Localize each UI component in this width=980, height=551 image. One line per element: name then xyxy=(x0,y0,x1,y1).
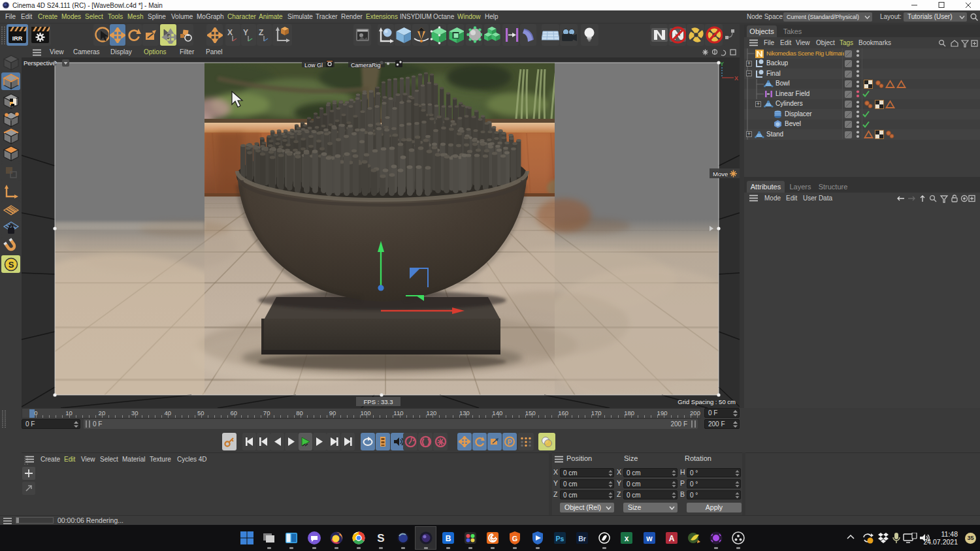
svg-text:A: A xyxy=(668,534,674,543)
svg-text:Perspective: Perspective xyxy=(24,59,56,67)
svg-text:IRR: IRR xyxy=(12,35,23,42)
svg-text:Z: Z xyxy=(259,28,263,37)
svg-text:Move: Move xyxy=(713,170,728,178)
svg-text:Ps: Ps xyxy=(555,535,564,543)
svg-text:P: P xyxy=(508,439,512,446)
svg-text:w: w xyxy=(645,534,653,543)
svg-text:Br: Br xyxy=(578,535,586,543)
svg-text:S: S xyxy=(378,532,385,544)
svg-text:CameraRig: CameraRig xyxy=(351,62,381,69)
svg-text:x: x xyxy=(625,534,629,543)
svg-text:Y: Y xyxy=(243,28,248,37)
svg-text:G: G xyxy=(512,535,518,543)
svg-text:S: S xyxy=(8,260,14,270)
svg-text:Y: Y xyxy=(720,61,724,67)
svg-text:X: X xyxy=(227,28,233,37)
svg-text:FPS : 33.3: FPS : 33.3 xyxy=(364,398,393,405)
svg-text:B: B xyxy=(445,534,451,543)
svg-text:Grid Spacing : 50 cm: Grid Spacing : 50 cm xyxy=(678,398,736,405)
svg-text:X: X xyxy=(734,75,738,82)
svg-text:Low Gl: Low Gl xyxy=(304,62,323,69)
